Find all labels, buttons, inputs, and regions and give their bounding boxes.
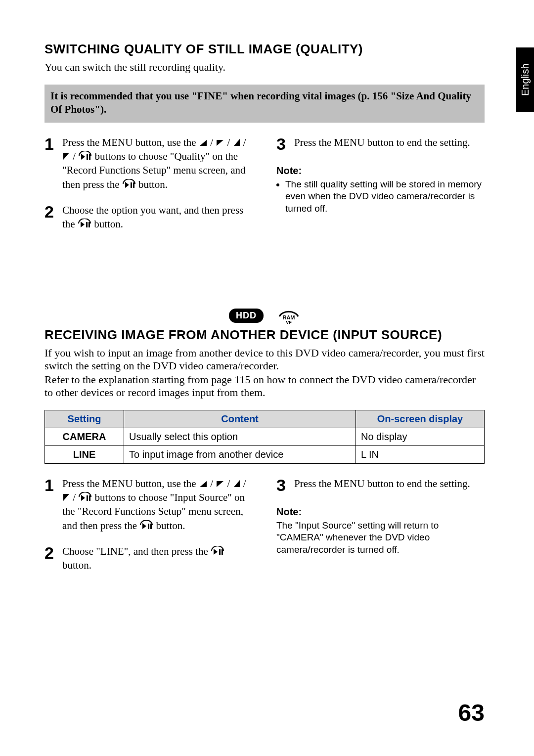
section1-step1: 1 Press the MENU button, use the / / /: [44, 135, 253, 191]
svg-rect-20: [87, 495, 88, 501]
hdd-badge: HDD: [229, 309, 264, 323]
svg-rect-6: [89, 154, 90, 160]
step-text-tail: button.: [156, 520, 185, 532]
step-number: 2: [44, 544, 57, 561]
svg-rect-21: [89, 495, 90, 501]
media-badges: HDD RAM VF: [44, 308, 485, 324]
step-text-pre: Choose "LINE", and then press the: [62, 545, 211, 557]
page-number: 63: [458, 699, 485, 726]
section2-heading: RECEIVING IMAGE FROM ANOTHER DEVICE (INP…: [44, 327, 485, 343]
step-number: 2: [44, 203, 57, 220]
play-pause-icon: [78, 492, 92, 502]
th-setting: Setting: [45, 410, 124, 428]
step-number: 1: [44, 477, 57, 493]
svg-marker-16: [217, 481, 223, 487]
svg-rect-8: [131, 182, 132, 188]
step-text-pre: Press the MENU button, use the: [62, 478, 199, 489]
language-tab: English: [516, 47, 534, 112]
svg-marker-2: [234, 139, 240, 146]
svg-marker-22: [142, 523, 146, 529]
note-text: The still quality setting will be stored…: [285, 178, 485, 215]
note-heading: Note:: [276, 505, 485, 519]
svg-marker-15: [200, 481, 207, 487]
section2-col-right: 3 Press the MENU button to end the setti…: [276, 477, 485, 584]
svg-text:VF: VF: [286, 320, 292, 324]
svg-marker-0: [200, 140, 207, 146]
section1-tip: It is recommended that you use "FINE" wh…: [44, 85, 485, 123]
play-pause-icon: [78, 219, 91, 228]
play-pause-icon: [122, 179, 136, 189]
step-text: Choose "LINE", and then press the button…: [62, 544, 253, 573]
step-text: Press the MENU button to end the setting…: [294, 477, 470, 490]
down-icon: [216, 139, 224, 147]
settings-table: Setting Content On-screen display CAMERA…: [44, 410, 485, 464]
svg-marker-18: [63, 494, 69, 501]
svg-marker-25: [214, 549, 218, 555]
section2-step2: 2 Choose "LINE", and then press the but: [44, 544, 253, 573]
cell-display: No display: [356, 428, 485, 445]
section2-columns: 1 Press the MENU button, use the / /: [44, 477, 485, 584]
section1-heading: SWITCHING QUALITY OF STILL IMAGE (QUALIT…: [44, 42, 485, 57]
right-icon: [62, 152, 70, 161]
table-row: CAMERA Usually select this option No dis…: [45, 428, 485, 445]
section1-lead: You can switch the still recording quali…: [44, 61, 485, 74]
step-number: 1: [44, 135, 57, 152]
section1-columns: 1 Press the MENU button, use the / / /: [44, 135, 485, 243]
svg-rect-5: [87, 154, 88, 160]
svg-marker-4: [81, 154, 85, 160]
up-icon: [199, 139, 208, 147]
svg-marker-7: [125, 182, 129, 188]
note-body: The "Input Source" setting will return t…: [276, 520, 485, 556]
cell-setting: CAMERA: [45, 428, 124, 445]
th-content: Content: [124, 410, 356, 428]
section2-step1: 1 Press the MENU button, use the / /: [44, 477, 253, 533]
svg-marker-19: [81, 495, 85, 501]
play-pause-icon: [139, 520, 153, 530]
right-icon: [62, 493, 70, 502]
svg-marker-1: [217, 140, 223, 146]
note-text: The "Input Source" setting will return t…: [276, 520, 439, 555]
step-text: Press the MENU button to end the setting…: [294, 135, 470, 149]
note-body: The still quality setting will be stored…: [276, 178, 485, 215]
down-icon: [216, 480, 224, 488]
left-icon: [233, 479, 241, 488]
left-icon: [233, 138, 241, 147]
cell-content: To input image from another device: [124, 445, 356, 463]
svg-rect-27: [222, 549, 223, 555]
step-text-pre: Press the MENU button, use the: [62, 136, 199, 148]
svg-marker-3: [63, 153, 69, 160]
section1-step2: 2 Choose the option you want, and then p…: [44, 203, 253, 231]
play-pause-icon: [78, 151, 92, 161]
step-text-tail: button.: [62, 559, 91, 571]
note-heading: Note:: [276, 164, 485, 178]
step-text-tail: button.: [94, 218, 123, 230]
up-icon: [199, 480, 208, 488]
svg-rect-26: [219, 549, 221, 555]
step-text: Press the MENU button, use the / / /: [62, 477, 253, 533]
svg-rect-23: [148, 524, 149, 529]
ram-badge-icon: RAM VF: [277, 308, 300, 324]
th-display: On-screen display: [356, 410, 485, 428]
section2: HDD RAM VF RECEIVING IMAGE FROM ANOTHER …: [44, 308, 485, 584]
cell-display: L IN: [356, 445, 485, 463]
cell-content: Usually select this option: [124, 428, 356, 445]
table-row: LINE To input image from another device …: [45, 445, 485, 463]
step-text: Press the MENU button, use the / / /: [62, 135, 253, 191]
step-number: 3: [276, 135, 289, 152]
svg-rect-24: [150, 524, 152, 529]
step-text: Choose the option you want, and then pre…: [62, 203, 253, 231]
section1-col-right: 3 Press the MENU button to end the setti…: [276, 135, 485, 243]
svg-rect-9: [133, 182, 134, 188]
section1-step3: 3 Press the MENU button to end the setti…: [276, 135, 485, 152]
svg-rect-11: [86, 222, 88, 227]
svg-marker-10: [81, 222, 85, 227]
section2-col-left: 1 Press the MENU button, use the / /: [44, 477, 253, 584]
svg-rect-12: [89, 222, 90, 227]
cell-setting: LINE: [45, 445, 124, 463]
manual-page: English SWITCHING QUALITY OF STILL IMAGE…: [0, 0, 534, 756]
step-text-tail: button.: [138, 178, 168, 190]
section2-body2: Refer to the explanation starting from p…: [44, 373, 485, 399]
section2-body1: If you wish to input an image from anoth…: [44, 347, 485, 372]
play-pause-icon: [211, 546, 224, 556]
section2-step3: 3 Press the MENU button to end the setti…: [276, 477, 485, 493]
